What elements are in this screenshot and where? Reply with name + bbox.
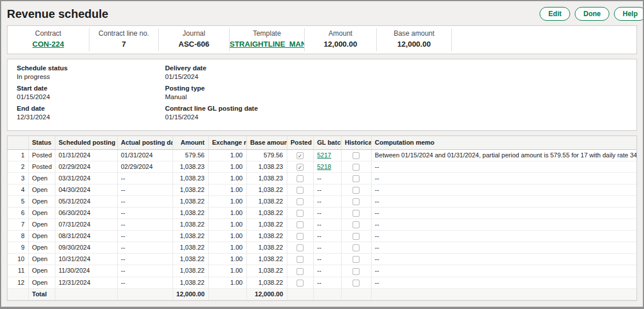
total-cell-rate (208, 288, 246, 300)
detail-value: In progress (17, 73, 159, 80)
done-button[interactable]: Done (575, 7, 609, 21)
edit-button[interactable]: Edit (540, 7, 570, 21)
posted-checkbox[interactable] (297, 187, 304, 194)
total-cell-num (8, 288, 28, 300)
cell-rate: 1.00 (208, 161, 246, 172)
historical-checkbox[interactable] (353, 198, 360, 205)
cell-posted (287, 242, 313, 254)
cell-scheduled: 09/30/2024 (55, 242, 117, 254)
posted-checkbox[interactable] (297, 210, 304, 217)
historical-checkbox[interactable] (353, 233, 360, 240)
cell-historical (341, 265, 371, 277)
cell-posted (287, 219, 313, 231)
col-header-actual: Actual posting date (117, 136, 173, 149)
cell-scheduled: 08/31/2024 (55, 231, 117, 242)
summary-field-label: Base amount (377, 29, 451, 37)
cell-amount: 1,038.22 (173, 207, 208, 218)
gl-batch-link[interactable]: 5218 (317, 163, 331, 170)
historical-checkbox[interactable] (353, 256, 360, 263)
summary-field-amount: Amount12,000.00 (305, 28, 377, 51)
posted-checkbox[interactable] (297, 198, 304, 205)
posted-checkbox[interactable] (297, 256, 304, 263)
cell-posted (287, 172, 313, 184)
cell-memo: -- (371, 231, 636, 242)
col-header-rate: Exchange rate (208, 136, 246, 149)
summary-field-value: ASC-606 (159, 40, 229, 48)
summary-field-base-amount: Base amount12,000.00 (377, 28, 452, 51)
cell-amount: 1,038.22 (173, 219, 208, 231)
cell-status: Open (28, 231, 55, 242)
cell-actual: -- (117, 254, 173, 265)
summary-bar: ContractCON-224Contract line no.7Journal… (7, 25, 637, 54)
total-row: Total12,000.0012,000.00 (8, 288, 636, 300)
total-cell-actual (117, 288, 173, 300)
historical-checkbox[interactable] (353, 221, 360, 228)
cell-base: 1,038.22 (246, 242, 287, 254)
posted-checkbox[interactable] (297, 244, 304, 251)
cell-gl_batch: 5218 (313, 161, 341, 172)
cell-historical (341, 195, 371, 207)
summary-field-label: Journal (159, 29, 229, 37)
total-cell-scheduled (55, 288, 117, 300)
cell-posted (287, 207, 313, 218)
schedule-row: 5Open05/31/2024--1,038.221.001,038.22---… (8, 195, 636, 207)
cell-memo: -- (371, 172, 636, 184)
col-header-amount: Amount (173, 136, 208, 149)
detail-value: Manual (165, 93, 258, 100)
help-button[interactable]: Help (614, 7, 644, 21)
cell-rate: 1.00 (208, 172, 246, 184)
detail-value: 01/15/2024 (165, 73, 258, 80)
posted-checkbox[interactable] (297, 280, 304, 287)
cell-num: 1 (8, 149, 28, 161)
posted-checkbox[interactable] (297, 175, 304, 182)
cell-num: 8 (8, 231, 28, 242)
schedule-row: 6Open06/30/2024--1,038.221.001,038.22---… (8, 207, 636, 218)
cell-posted: ✓ (287, 161, 313, 172)
cell-base: 1,038.22 (246, 219, 287, 231)
detail-label: End date (17, 105, 159, 112)
posted-checkbox[interactable]: ✓ (297, 152, 304, 159)
historical-checkbox[interactable] (353, 280, 360, 287)
detail-label: Start date (17, 85, 159, 92)
schedule-table-panel: StatusScheduled posting dateActual posti… (7, 135, 637, 301)
cell-rate: 1.00 (208, 242, 246, 254)
historical-checkbox[interactable] (353, 175, 360, 182)
header-buttons: Edit Done Help (540, 7, 644, 21)
posted-checkbox[interactable] (297, 221, 304, 228)
schedule-row: 12Open12/31/2024--1,038.221.001,038.22--… (8, 277, 636, 288)
detail-value: 01/15/2024 (17, 93, 159, 100)
cell-rate: 1.00 (208, 149, 246, 161)
cell-gl_batch: -- (313, 195, 341, 207)
posted-checkbox[interactable] (297, 268, 304, 275)
posted-checkbox[interactable] (297, 233, 304, 240)
cell-num: 5 (8, 195, 28, 207)
cell-base: 1,038.22 (246, 184, 287, 195)
cell-memo: -- (371, 161, 636, 172)
historical-checkbox[interactable] (353, 164, 360, 171)
cell-historical (341, 207, 371, 218)
cell-amount: 1,038.22 (173, 242, 208, 254)
cell-rate: 1.00 (208, 265, 246, 277)
historical-checkbox[interactable] (353, 244, 360, 251)
cell-posted (287, 231, 313, 242)
cell-base: 579.56 (246, 149, 287, 161)
cell-status: Posted (28, 161, 55, 172)
summary-field-value[interactable]: STRAIGHTLINE_MANUAL (230, 40, 304, 48)
cell-rate: 1.00 (208, 254, 246, 265)
historical-checkbox[interactable] (353, 152, 360, 159)
cell-posted: ✓ (287, 149, 313, 161)
posted-checkbox[interactable]: ✓ (297, 164, 304, 171)
historical-checkbox[interactable] (353, 187, 360, 194)
cell-amount: 1,038.22 (173, 254, 208, 265)
historical-checkbox[interactable] (353, 210, 360, 217)
details-left-column: Schedule statusIn progressStart date01/1… (12, 65, 159, 125)
cell-status: Open (28, 207, 55, 218)
cell-rate: 1.00 (208, 195, 246, 207)
cell-base: 1,038.23 (246, 172, 287, 184)
cell-num: 4 (8, 184, 28, 195)
historical-checkbox[interactable] (353, 268, 360, 275)
cell-base: 1,038.22 (246, 254, 287, 265)
summary-field-value: 7 (89, 40, 158, 48)
gl-batch-link[interactable]: 5217 (317, 152, 331, 159)
summary-field-value[interactable]: CON-224 (8, 40, 89, 48)
